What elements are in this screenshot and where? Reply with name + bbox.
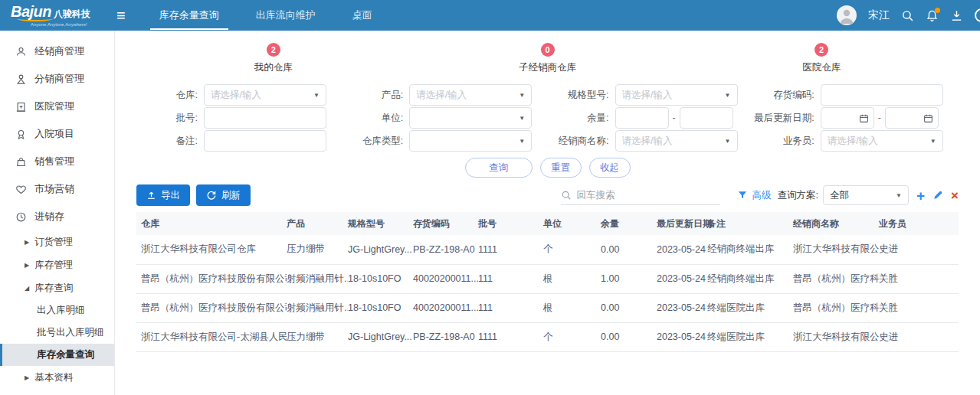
main-content: 2 我的仓库 0 子经销商仓库 2 医院仓库 仓库: 请选择/输入▼ 产品: 请… [115, 31, 980, 395]
notification-bell-icon[interactable] [926, 9, 939, 22]
spec-select[interactable]: 请选择/输入▼ [615, 84, 738, 106]
brand-name-cn: 八骏科技 [54, 9, 90, 18]
date-from-input[interactable] [821, 107, 874, 129]
dealer-icon [15, 46, 27, 57]
chevron-right-icon: ▶ [25, 238, 29, 245]
menu-toggle-icon[interactable]: ≡ [116, 0, 126, 31]
chevron-down-icon: ▼ [519, 138, 525, 145]
table-row[interactable]: 浙江大华科技有限公司仓库压力绷带JG-LightGrey...PB-ZZ-198… [136, 235, 959, 264]
chevron-down-icon: ▼ [519, 115, 525, 122]
chevron-down-icon: ▼ [519, 92, 525, 99]
export-button[interactable]: 导出 [136, 184, 190, 206]
advanced-link[interactable]: 高级 [752, 189, 771, 202]
dealer-name-select[interactable]: 请选择/输入▼ [615, 130, 738, 152]
sidebar-item-stock-query[interactable]: ◢ 库存查询 [0, 276, 114, 299]
my-warehouse-count-badge[interactable]: 2 [267, 43, 280, 57]
inventory-cycle-icon [15, 211, 27, 223]
sidebar-item-stock-management[interactable]: ▶ 库存管理 [0, 253, 114, 276]
top-navbar: Bajun 八骏科技 Anyone,Anytime,Anywhere! ≡ 库存… [0, 0, 980, 31]
table-header-row: 仓库 产品 规格型号 存货编码 批号 单位 余量 最后更新日期 备注 经销商名称… [136, 212, 959, 235]
filter-funnel-icon[interactable] [737, 190, 748, 201]
sub-dealer-warehouse-count-badge[interactable]: 0 [541, 43, 555, 57]
heart-icon [15, 184, 27, 195]
table-row[interactable]: 普昂（杭州）医疗科技股份有限公司仓库射频消融用针...18-10s10FO400… [136, 264, 959, 293]
chevron-down-icon: ▼ [896, 192, 902, 199]
balance-min-input[interactable] [615, 107, 669, 129]
chevron-expanded-icon: ◢ [25, 284, 29, 291]
sidebar-item-basic-data[interactable]: ▶ 基本资料 [0, 366, 114, 389]
query-scheme-select[interactable]: 全部 ▼ [823, 185, 909, 205]
logout-icon[interactable] [975, 8, 980, 22]
batch-input[interactable] [204, 107, 326, 129]
filter-form: 仓库: 请选择/输入▼ 产品: 请选择/输入▼ 规格型号: 请选择/输入▼ 存货… [136, 84, 959, 152]
sidebar-item-marketing[interactable]: 市场营销 [0, 175, 114, 203]
query-button[interactable]: 查询 [465, 158, 533, 178]
medal-icon [15, 129, 27, 140]
warehouse-select[interactable]: 请选择/输入▼ [204, 84, 326, 106]
delete-scheme-icon[interactable]: × [951, 189, 959, 202]
enter-search-input[interactable] [576, 190, 720, 201]
tab-stock-balance-query[interactable]: 库存余量查询 [141, 0, 238, 31]
brand-name: Bajun [11, 4, 51, 19]
sidebar-item-order-management[interactable]: ▶ 订货管理 [0, 230, 114, 253]
remark-input[interactable] [204, 130, 326, 152]
stock-code-input[interactable] [821, 84, 943, 106]
sidebar-item-inventory[interactable]: 进销存 [0, 203, 114, 230]
user-name[interactable]: 宋江 [868, 8, 890, 22]
download-icon[interactable] [950, 9, 963, 22]
stat-hospital-warehouse: 2 医院仓库 [684, 43, 959, 74]
tab-desktop[interactable]: 桌面 [334, 0, 391, 31]
refresh-button[interactable]: 刷新 [196, 184, 251, 206]
add-scheme-icon[interactable]: + [916, 188, 925, 203]
table-toolbar: 导出 刷新 高级 查询方案: 全部 ▼ + [136, 184, 959, 206]
sidebar: 经销商管理 分销商管理 医院管理 入院项目 销售管理 市场营销 进销存 ▶ 订 [0, 31, 115, 395]
scheme-label: 查询方案: [777, 189, 818, 202]
hospital-warehouse-count-badge[interactable]: 2 [814, 43, 828, 57]
chevron-down-icon: ▼ [725, 138, 731, 145]
upload-icon [146, 191, 156, 201]
chevron-down-icon: ▼ [930, 138, 936, 145]
table-row[interactable]: 浙江大华科技有限公司-太湖县人民医院...压力绷带JG-LightGrey...… [136, 322, 959, 351]
hospital-icon [15, 101, 27, 113]
tab-outbound-flow[interactable]: 出库流向维护 [238, 0, 334, 31]
search-icon [561, 190, 572, 201]
sidebar-item-stock-balance-query[interactable]: 库存余量查询 [0, 344, 114, 366]
calendar-icon [923, 113, 933, 123]
collapse-button[interactable]: 收起 [589, 158, 631, 178]
brand-logo: Bajun 八骏科技 Anyone,Anytime,Anywhere! [0, 4, 115, 27]
sidebar-item-sales-management[interactable]: 销售管理 [0, 148, 114, 175]
warehouse-type-select[interactable]: ▼ [409, 130, 532, 152]
briefcase-icon [15, 156, 27, 168]
unit-select[interactable]: ▼ [409, 107, 532, 129]
stat-sub-dealer-warehouse: 0 子经销商仓库 [411, 43, 685, 74]
salesman-select[interactable]: 请选择/输入▼ [821, 130, 943, 152]
sidebar-item-hospital-management[interactable]: 医院管理 [0, 93, 114, 120]
search-icon[interactable] [901, 9, 914, 22]
distributor-icon [15, 73, 27, 85]
brand-slogan: Anyone,Anytime,Anywhere! [11, 22, 115, 27]
edit-scheme-icon[interactable] [932, 190, 943, 201]
reset-button[interactable]: 重置 [540, 158, 582, 178]
toolbar-right: 高级 查询方案: 全部 ▼ + × [561, 185, 959, 205]
person-icon [837, 5, 857, 25]
enter-search-box[interactable] [561, 185, 720, 205]
chevron-right-icon: ▶ [25, 374, 29, 380]
chevron-right-icon: ▶ [25, 261, 29, 268]
chevron-down-icon: ▼ [725, 92, 731, 99]
sidebar-item-inout-detail[interactable]: 出入库明细 [0, 299, 114, 322]
date-to-input[interactable] [885, 107, 939, 129]
stat-my-warehouse: 2 我的仓库 [136, 43, 411, 74]
warehouse-stats: 2 我的仓库 0 子经销商仓库 2 医院仓库 [136, 43, 959, 74]
stock-balance-table: 仓库 产品 规格型号 存货编码 批号 单位 余量 最后更新日期 备注 经销商名称… [136, 212, 959, 352]
user-avatar[interactable] [837, 5, 857, 25]
sidebar-item-batch-inout-detail[interactable]: 批号出入库明细 [0, 322, 114, 344]
filter-actions: 查询 重置 收起 [136, 158, 959, 178]
sidebar-item-admission-projects[interactable]: 入院项目 [0, 120, 114, 148]
product-select[interactable]: 请选择/输入▼ [409, 84, 532, 106]
table-row[interactable]: 普昂（杭州）医疗科技股份有限公司-安...射频消融用针...18-10s10FO… [136, 293, 959, 322]
sidebar-item-distributor-management[interactable]: 分销商管理 [0, 65, 114, 93]
balance-max-input[interactable] [680, 107, 733, 129]
calendar-icon [859, 113, 869, 123]
notification-badge [935, 8, 940, 13]
sidebar-item-dealer-management[interactable]: 经销商管理 [0, 38, 114, 65]
